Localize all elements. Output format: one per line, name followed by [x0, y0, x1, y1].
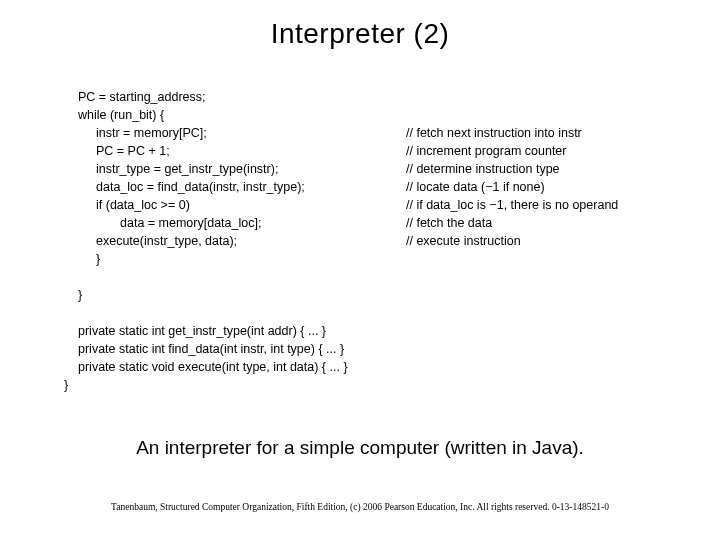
slide-footer: Tanenbaum, Structured Computer Organizat…	[0, 502, 720, 512]
code-listing: PC = starting_address; while (run_bit) {…	[64, 88, 664, 394]
slide-caption: An interpreter for a simple computer (wr…	[0, 437, 720, 459]
comment-l2: // fetch next instruction into instr	[406, 124, 582, 142]
code-l14: }	[64, 376, 374, 394]
code-l8: execute(instr_type, data);	[96, 232, 406, 250]
code-l3: PC = PC + 1;	[96, 142, 406, 160]
comment-l7: // fetch the data	[406, 214, 492, 232]
code-l2: instr = memory[PC];	[96, 124, 406, 142]
comment-l5: // locate data (−1 if none)	[406, 178, 545, 196]
code-l7: data = memory[data_loc];	[120, 214, 406, 232]
code-blank2	[64, 304, 374, 322]
code-l9: }	[96, 250, 406, 268]
slide-title: Interpreter (2)	[0, 18, 720, 50]
code-l12: private static int find_data(int instr, …	[78, 340, 388, 358]
code-l1: while (run_bit) {	[78, 106, 388, 124]
code-blank1	[64, 268, 374, 286]
code-l0: PC = starting_address;	[78, 88, 388, 106]
comment-l8: // execute instruction	[406, 232, 521, 250]
code-l13: private static void execute(int type, in…	[78, 358, 388, 376]
code-l10: }	[78, 286, 388, 304]
comment-l6: // if data_loc is −1, there is no operan…	[406, 196, 618, 214]
code-l5: data_loc = find_data(instr, instr_type);	[96, 178, 406, 196]
comment-l3: // increment program counter	[406, 142, 567, 160]
comment-l4: // determine instruction type	[406, 160, 560, 178]
code-l11: private static int get_instr_type(int ad…	[78, 322, 388, 340]
code-l6: if (data_loc >= 0)	[96, 196, 406, 214]
code-l4: instr_type = get_instr_type(instr);	[96, 160, 406, 178]
